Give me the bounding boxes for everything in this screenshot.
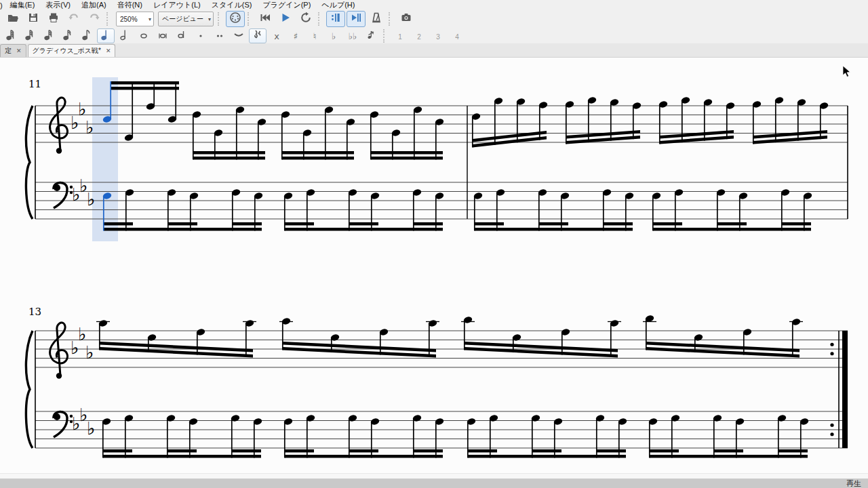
note-icon xyxy=(5,28,17,43)
image-capture-button[interactable] xyxy=(397,11,416,27)
pan-score-button[interactable] xyxy=(347,11,366,27)
svg-text:♭: ♭ xyxy=(85,117,94,138)
flat-button[interactable]: ♭ xyxy=(325,28,342,43)
midi-icon xyxy=(229,12,241,26)
note-whole-button[interactable] xyxy=(135,28,153,43)
main-toolbar: 250%▾ページビュー▾ xyxy=(0,10,868,28)
print-button[interactable] xyxy=(44,11,63,27)
breve-note-icon xyxy=(157,28,169,43)
toolbar-separator xyxy=(318,12,323,26)
svg-text:♭: ♭ xyxy=(87,189,95,209)
play-button[interactable] xyxy=(276,11,295,27)
note-128th-button[interactable] xyxy=(2,28,20,43)
menu-item-3[interactable]: 音符(N) xyxy=(112,0,148,10)
voice-number: 3 xyxy=(433,30,443,42)
menu-bar: )編集(E)表示(V)追加(A)音符(N)レイアウト(L)スタイル(S)プラグイ… xyxy=(0,0,868,10)
tab-label: グラディウス_ボス戦* xyxy=(33,46,101,56)
menu-item-4[interactable]: レイアウト(L) xyxy=(148,0,206,10)
menu-item-2[interactable]: 追加(A) xyxy=(76,0,112,10)
toolbar-separator xyxy=(218,12,223,26)
tie-button[interactable] xyxy=(230,28,248,43)
note-icon xyxy=(100,28,112,43)
undo-icon xyxy=(68,12,80,26)
voice-3-button[interactable]: 3 xyxy=(429,28,447,43)
augmentation-dot-button[interactable] xyxy=(192,28,210,43)
double-dot-icon xyxy=(214,28,226,43)
menu-item-6[interactable]: プラグイン(P) xyxy=(257,0,316,10)
menu-item-0[interactable]: 編集(E) xyxy=(5,0,41,10)
repeat-barline-icon xyxy=(330,12,342,26)
voice-1-button[interactable]: 1 xyxy=(391,28,409,43)
metronome-button[interactable] xyxy=(367,11,386,27)
note-icon xyxy=(43,28,55,43)
print-icon xyxy=(47,12,60,26)
redo-button[interactable] xyxy=(85,11,104,27)
svg-text:13: 13 xyxy=(28,306,41,318)
rewind-button[interactable] xyxy=(256,11,275,27)
note-longa-button[interactable] xyxy=(173,28,191,43)
tie-icon xyxy=(233,28,245,43)
grace-note-button[interactable] xyxy=(363,28,380,43)
save-button[interactable] xyxy=(24,11,43,27)
save-icon xyxy=(27,12,39,26)
sharp-button[interactable]: ♯ xyxy=(287,28,304,43)
menu-item-7[interactable]: ヘルプ(H) xyxy=(316,0,360,10)
voice-number: 1 xyxy=(395,30,405,42)
svg-text:♭: ♭ xyxy=(85,342,94,363)
note-breve-button[interactable] xyxy=(154,28,172,43)
svg-text:♭: ♭ xyxy=(78,99,86,119)
note-16th-button[interactable] xyxy=(59,28,77,43)
longa-note-icon xyxy=(176,28,188,43)
note-icon xyxy=(62,28,74,43)
note-half-button[interactable] xyxy=(116,28,134,43)
rest-button[interactable] xyxy=(249,28,267,43)
note-icon xyxy=(24,28,36,43)
whole-note-icon xyxy=(138,28,150,43)
toolbar-separator xyxy=(383,29,389,43)
note-quarter-button[interactable] xyxy=(97,28,115,43)
toolbar-separator xyxy=(106,12,112,26)
loop-playback-button[interactable] xyxy=(296,11,315,27)
play-icon xyxy=(279,12,292,26)
note-icon xyxy=(119,28,131,43)
svg-text:11: 11 xyxy=(28,78,41,90)
folder-open-icon xyxy=(7,12,19,26)
close-icon[interactable]: ✕ xyxy=(16,47,22,54)
note-32nd-button[interactable] xyxy=(40,28,58,43)
score-canvas[interactable]: 11 ♭♭♭♭♭♭13 ♭♭♭♭♭♭ xyxy=(0,58,868,473)
document-tab-1[interactable]: グラディウス_ボス戦*✕ xyxy=(28,44,116,57)
double-flat-button[interactable]: ♭♭ xyxy=(344,28,361,43)
zoom-select[interactable]: 250%▾ xyxy=(116,12,154,26)
midi-input-button[interactable] xyxy=(226,11,245,27)
undo-button[interactable] xyxy=(64,11,83,27)
play-repeats-button[interactable] xyxy=(326,11,345,27)
double-sharp-button[interactable]: x xyxy=(268,28,285,43)
redo-icon xyxy=(88,12,100,26)
camera-icon xyxy=(400,12,412,26)
note-64th-button[interactable] xyxy=(21,28,39,43)
tab-bar: 定✕グラディウス_ボス戦*✕ xyxy=(0,43,868,58)
note-eighth-button[interactable] xyxy=(78,28,96,43)
musescore-window: )編集(E)表示(V)追加(A)音符(N)レイアウト(L)スタイル(S)プラグイ… xyxy=(0,0,868,488)
svg-text:♭: ♭ xyxy=(87,418,95,439)
voice-2-button[interactable]: 2 xyxy=(410,28,428,43)
view-mode-select[interactable]: ページビュー▾ xyxy=(158,12,214,26)
menu-item-fragment: ) xyxy=(0,1,5,9)
close-icon[interactable]: ✕ xyxy=(106,47,111,54)
rewind-icon xyxy=(259,12,271,26)
menu-item-1[interactable]: 表示(V) xyxy=(40,0,76,10)
double-sharp-icon: x xyxy=(274,30,279,42)
open-file-button[interactable] xyxy=(3,11,22,27)
pan-playback-icon xyxy=(350,12,362,26)
grace-note-icon xyxy=(366,28,378,43)
metronome-icon xyxy=(370,12,382,26)
double-dot-button[interactable] xyxy=(211,28,229,43)
natural-button[interactable]: ♮ xyxy=(306,28,323,43)
menu-item-5[interactable]: スタイル(S) xyxy=(206,0,258,10)
voice-4-button[interactable]: 4 xyxy=(448,28,466,43)
document-tab-0[interactable]: 定✕ xyxy=(0,44,26,57)
toolbar-separator xyxy=(248,12,253,26)
status-playback-label: 再生 xyxy=(846,479,861,488)
rest-icon xyxy=(252,28,264,43)
mouse-cursor xyxy=(843,66,850,77)
